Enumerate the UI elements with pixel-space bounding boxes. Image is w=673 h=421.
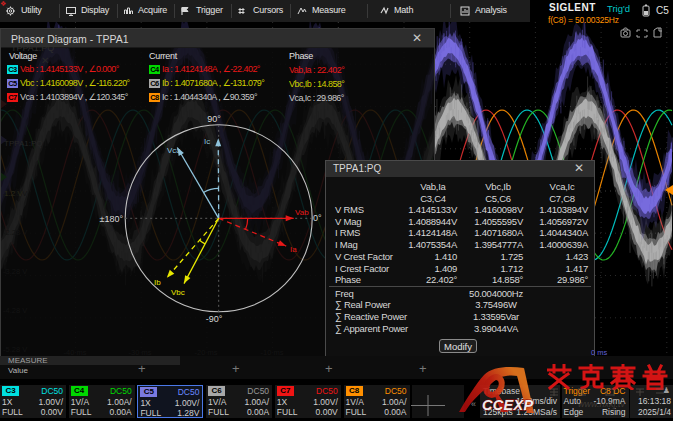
svg-text:Vbc: Vbc: [171, 288, 185, 297]
svg-text:Ic: Ic: [204, 137, 210, 146]
svg-text:-90°: -90°: [206, 314, 223, 324]
svg-text:90°: 90°: [207, 114, 221, 124]
svg-text:CCEXP: CCEXP: [482, 397, 533, 413]
svg-text:Ib: Ib: [154, 278, 161, 287]
svg-text:Vab: Vab: [295, 208, 309, 217]
svg-text:Vca: Vca: [167, 146, 181, 155]
svg-text:±180°: ±180°: [99, 214, 123, 224]
svg-text:Ia: Ia: [290, 245, 297, 254]
svg-text:0°: 0°: [313, 213, 322, 223]
